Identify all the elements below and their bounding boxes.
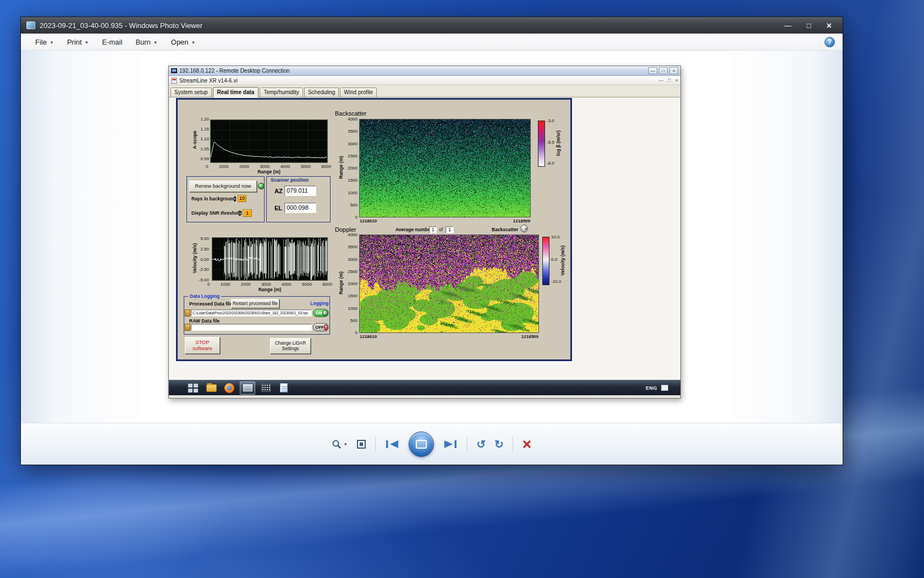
taskbar-active-window-icon[interactable] bbox=[240, 381, 255, 395]
tab-wind-profile[interactable]: Wind profile bbox=[340, 88, 377, 97]
tick-label: -3.0 bbox=[547, 118, 554, 123]
stop-software-button[interactable]: STOP software bbox=[185, 337, 220, 354]
taskbar-grid-icon[interactable] bbox=[185, 381, 201, 395]
snr-value-field[interactable]: 1 bbox=[243, 209, 252, 217]
tab-scheduling[interactable]: Scheduling bbox=[304, 88, 339, 97]
menu-burn-label: Burn bbox=[135, 38, 150, 46]
tick-label: 3000 bbox=[260, 164, 270, 169]
raw-logging-toggle[interactable]: OFF bbox=[313, 323, 329, 331]
tick-label: 2500 bbox=[348, 269, 358, 274]
tab-system-setup[interactable]: System setup bbox=[170, 88, 212, 97]
tick-label: 2000 bbox=[348, 281, 358, 286]
next-button[interactable] bbox=[443, 439, 458, 450]
minimize-button[interactable]: — bbox=[784, 22, 791, 29]
el-value-field[interactable]: 000.098 bbox=[284, 203, 316, 213]
zoom-button[interactable]: ▼ bbox=[332, 439, 348, 449]
change-lidar-settings-button[interactable]: Change LiDAR Settings bbox=[270, 338, 311, 354]
backscatter-colorbar bbox=[538, 121, 545, 167]
taskbar-folder-icon[interactable] bbox=[204, 381, 219, 395]
maximize-button[interactable]: □ bbox=[807, 22, 811, 29]
rdp-titlebar[interactable]: 192.168.0.122 - Remote Desktop Connectio… bbox=[169, 66, 680, 76]
menu-file[interactable]: File ▼ bbox=[29, 34, 61, 50]
average-of-label: of bbox=[439, 227, 443, 232]
ascope-plot bbox=[210, 119, 328, 163]
photo-image: 192.168.0.122 - Remote Desktop Connectio… bbox=[138, 51, 734, 423]
processed-data-file-label: Processed Data file bbox=[189, 301, 232, 307]
velocity-y-ticks: 5.002.500.00-2.50-5.00 bbox=[196, 236, 209, 282]
restart-processed-file-button[interactable]: Restart processed file bbox=[231, 299, 279, 308]
tick-label: 0 bbox=[207, 282, 210, 287]
taskbar-app-icon[interactable] bbox=[258, 381, 273, 395]
taskbar-firefox-icon[interactable] bbox=[222, 381, 237, 395]
tick-label: 1.15 bbox=[200, 127, 209, 132]
tick-label: 1.20 bbox=[200, 117, 209, 122]
tick-label: 2.50 bbox=[200, 247, 209, 252]
az-label: AZ bbox=[274, 188, 283, 194]
help-icon[interactable]: ? bbox=[824, 37, 835, 47]
rays-in-background-label: Rays in background bbox=[191, 196, 236, 201]
renew-background-button[interactable]: Renew background now bbox=[189, 181, 257, 192]
rdp-minimize-button[interactable]: — bbox=[648, 67, 657, 74]
tab-real-time-data[interactable]: Real time data bbox=[213, 87, 259, 97]
ascope-x-ticks: 0100020003000400050006000 bbox=[206, 164, 331, 169]
doppler-unit-label: Velocity (m/s) bbox=[560, 238, 565, 282]
rdp-maximize-button[interactable]: □ bbox=[659, 67, 668, 74]
processed-logging-toggle[interactable]: ON bbox=[313, 309, 329, 317]
snr-spinner[interactable] bbox=[238, 210, 242, 217]
delete-icon bbox=[522, 439, 532, 449]
backscatter-title: Backscatter bbox=[335, 110, 366, 117]
taskbar-notepad-icon[interactable] bbox=[276, 381, 292, 395]
app-close-button[interactable]: × bbox=[675, 78, 678, 83]
backscatter-y-ticks: 40003500300025002000150010005000 bbox=[342, 117, 358, 220]
magnifier-icon bbox=[332, 439, 342, 449]
raw-path-field[interactable] bbox=[191, 324, 312, 331]
az-value-field[interactable]: 079.011 bbox=[284, 186, 316, 196]
tick-label: 4000 bbox=[280, 164, 290, 169]
backscatter-toggle-knob[interactable] bbox=[520, 225, 528, 232]
background-status-led-icon bbox=[258, 183, 265, 189]
processed-path-browse-button[interactable] bbox=[185, 309, 190, 317]
processed-toggle-knob-icon bbox=[322, 310, 328, 316]
tick-label: 0 bbox=[206, 164, 208, 169]
photo-viewer-title: 2023-09-21_03-40-00.935 - Windows Photo … bbox=[40, 21, 784, 30]
actual-size-button[interactable] bbox=[356, 439, 366, 449]
menu-open[interactable]: Open ▼ bbox=[164, 34, 202, 50]
menu-burn[interactable]: Burn ▼ bbox=[129, 34, 164, 50]
zoom-dropdown-chevron-icon: ▼ bbox=[343, 441, 348, 447]
menu-print[interactable]: Print ▼ bbox=[61, 34, 96, 50]
processed-path-field[interactable]: C:\Lidar\Data\Proc\2023\202309\20230921\… bbox=[191, 309, 312, 317]
average-value-field[interactable]: 1 bbox=[429, 226, 437, 233]
actual-size-icon bbox=[356, 439, 366, 449]
rays-value-field[interactable]: 10 bbox=[238, 195, 246, 202]
front-panel: A-scope 1.201.151.101.050.99 01000200030… bbox=[176, 98, 572, 361]
tab-temp-humidity[interactable]: Temp/humidity bbox=[260, 88, 302, 97]
keyboard-icon[interactable] bbox=[661, 385, 668, 391]
language-indicator[interactable]: ENG bbox=[646, 385, 657, 391]
tick-label: 1.10 bbox=[200, 137, 209, 141]
photo-viewer-titlebar[interactable]: 2023-09-21_03-40-00.935 - Windows Photo … bbox=[21, 17, 843, 34]
delete-button[interactable] bbox=[522, 439, 532, 449]
app-titlebar[interactable]: StreamLine XR v14-6.vi — □ × bbox=[169, 76, 680, 85]
velocity-plot bbox=[212, 237, 328, 281]
average-total-field[interactable]: 1 bbox=[446, 226, 454, 233]
tick-label: 3500 bbox=[348, 129, 358, 134]
logging-label: Logging bbox=[310, 301, 329, 306]
tick-label: 2000 bbox=[348, 166, 358, 171]
rotate-clockwise-button[interactable]: ↻ bbox=[494, 439, 504, 450]
tick-label: 3000 bbox=[348, 141, 358, 146]
previous-button[interactable] bbox=[384, 439, 400, 450]
close-button[interactable]: × bbox=[827, 22, 832, 29]
rdp-close-button[interactable]: × bbox=[669, 67, 678, 74]
app-icon bbox=[171, 78, 177, 84]
slideshow-button[interactable] bbox=[409, 432, 434, 457]
dropdown-chevron-icon: ▼ bbox=[153, 39, 158, 45]
rays-spinner[interactable] bbox=[233, 195, 237, 203]
raw-path-browse-button[interactable] bbox=[185, 324, 190, 331]
menu-email[interactable]: E-mail bbox=[96, 34, 129, 50]
app-maximize-button[interactable]: □ bbox=[668, 78, 670, 83]
rotate-counterclockwise-button[interactable]: ↺ bbox=[476, 439, 486, 450]
doppler-y-ticks: 40003500300025002000150010005000 bbox=[342, 232, 358, 335]
doppler-plot-canvas bbox=[360, 235, 538, 332]
rdp-client-area: StreamLine XR v14-6.vi — □ × System setu… bbox=[169, 76, 680, 398]
app-minimize-button[interactable]: — bbox=[658, 78, 663, 83]
